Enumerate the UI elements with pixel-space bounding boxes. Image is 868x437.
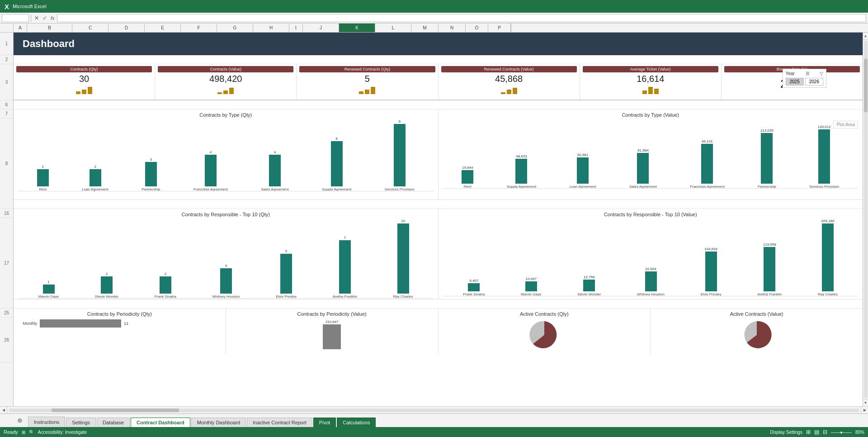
kpi-cards-row: Contracts (Qty) 30 Contracts (Value) 498… bbox=[14, 64, 863, 100]
scroll-up-arrow[interactable]: ▲ bbox=[863, 33, 868, 40]
bar-ray-qty: 10 Ray Charles bbox=[393, 219, 413, 299]
normal-view-icon[interactable]: ⊞ bbox=[806, 429, 811, 435]
col-header-b[interactable]: B bbox=[27, 24, 72, 32]
kpi-card-avg-ticket: Average Ticket (Value) 16,614 bbox=[580, 64, 722, 100]
kpi-card-renewed-qty: Renewed Contracts (Qty) 5 bbox=[297, 64, 438, 100]
col-header-scroll bbox=[511, 24, 516, 32]
col-header-a[interactable]: A bbox=[14, 24, 27, 32]
cell-mode-icon: ⊞ bbox=[22, 430, 25, 435]
chart-title-periodicity-qty: Contracts by Periodicity (Qty) bbox=[17, 311, 222, 317]
col-header-k[interactable]: K bbox=[339, 24, 375, 32]
chart-title-active-val: Active Contracts (Value) bbox=[654, 311, 859, 317]
bar-loan-qty: 2 Loan Agreement bbox=[82, 165, 108, 191]
cell-reference-box[interactable]: K10 bbox=[2, 14, 29, 22]
page-layout-icon[interactable]: ▤ bbox=[814, 429, 819, 435]
column-headers: A B C D E F G H I J K L M N O P bbox=[0, 24, 868, 33]
tab-calculations[interactable]: Calculations bbox=[337, 418, 376, 427]
vertical-scrollbar[interactable]: ▲ ▼ bbox=[863, 33, 868, 406]
bar-frank-qty: 2 Frank Sinatra bbox=[155, 272, 176, 299]
bar-sales-qty: 4 Sales Agreement bbox=[261, 150, 289, 191]
charts-row-1: Contracts by Type (Qty) 2 Rent 2 Loan Ag… bbox=[14, 109, 863, 200]
chart-responsible-qty: Contracts by Responsible - Top 10 (Qty) … bbox=[14, 209, 439, 299]
scroll-right-arrow[interactable]: ▶ bbox=[861, 407, 868, 414]
col-header-n[interactable]: N bbox=[439, 24, 466, 32]
kpi-label-1: Contracts (Qty) bbox=[16, 66, 152, 72]
chart-title-active-qty: Active Contracts (Qty) bbox=[442, 311, 647, 317]
col-header-e[interactable]: E bbox=[145, 24, 181, 32]
year-button-2025[interactable]: 2025 bbox=[786, 78, 804, 86]
bar-stevie-qty: 2 Stevie Wonder bbox=[95, 272, 118, 299]
bar-partnership-val: 113,035 Partnership bbox=[758, 128, 776, 189]
col-header-h[interactable]: H bbox=[253, 24, 289, 32]
filter-list-icon[interactable]: ☰ bbox=[806, 71, 810, 76]
page-break-icon[interactable]: ⊟ bbox=[823, 429, 827, 435]
chart-title-type-qty: Contracts by Type (Qty) bbox=[18, 112, 434, 118]
tab-monthly-dashboard[interactable]: Monthly Dashboard bbox=[191, 418, 246, 427]
filter-funnel-icon[interactable]: ▽ bbox=[820, 71, 823, 76]
bar-frank-val: 9,407 Frank Sinatra bbox=[463, 279, 485, 296]
tab-settings[interactable]: Settings bbox=[66, 418, 96, 427]
kpi-value-1: 30 bbox=[79, 74, 89, 83]
status-right: Display Settings ⊞ ▤ ⊟ ——●—— 80% bbox=[770, 429, 864, 435]
status-bar: Ready ⊞ 🔍 Accessibility: Investigate Dis… bbox=[0, 427, 868, 437]
kpi-label-2: Contracts (Value) bbox=[158, 66, 293, 72]
status-left: Ready ⊞ 🔍 Accessibility: Investigate bbox=[4, 429, 87, 435]
tab-pivot[interactable]: Pivot bbox=[313, 418, 336, 427]
col-header-j[interactable]: J bbox=[303, 24, 339, 32]
bar-partnership-qty: 3 Partnership bbox=[142, 157, 160, 191]
kpi-card-renewed-value: Renewed Contracts (Value) 45,868 bbox=[439, 64, 580, 100]
kpi-value-2: 498,420 bbox=[209, 74, 242, 83]
display-settings[interactable]: Display Settings bbox=[770, 430, 802, 435]
kpi-label-3: Renewed Contracts (Qty) bbox=[299, 66, 435, 72]
tab-database[interactable]: Database bbox=[97, 418, 130, 427]
col-header-l[interactable]: L bbox=[375, 24, 411, 32]
excel-logo-icon: X bbox=[5, 3, 9, 10]
cancel-formula-icon[interactable]: ✕ bbox=[33, 15, 40, 21]
tab-inactive-contract[interactable]: Inactive Contract Report bbox=[247, 418, 312, 427]
kpi-label-4: Renewed Contracts (Value) bbox=[441, 66, 577, 72]
col-header-f[interactable]: F bbox=[181, 24, 217, 32]
col-header-p[interactable]: P bbox=[488, 24, 511, 32]
bar-ray-val: 209,180 Ray Charles bbox=[818, 219, 838, 296]
charts-row-3: Contracts by Periodicity (Qty) Monthly 1… bbox=[14, 309, 863, 354]
bar-marvin-qty: 1 Marvin Gaye bbox=[38, 280, 59, 299]
kpi-value-4: 45,868 bbox=[495, 74, 523, 83]
chart-title-type-value: Contracts by Type (Value) bbox=[443, 112, 859, 118]
chart-periodicity-qty: Contracts by Periodicity (Qty) Monthly 1… bbox=[14, 309, 226, 354]
col-header-m[interactable]: M bbox=[411, 24, 439, 32]
kpi-value-3: 5 bbox=[365, 74, 370, 83]
accessibility-status[interactable]: 🔍 bbox=[29, 430, 34, 435]
bar-stevie-val: 12,758 Stevie Wonder bbox=[577, 275, 601, 296]
scroll-left-arrow[interactable]: ◀ bbox=[0, 407, 7, 414]
dashboard-content: Dashboard Contracts (Qty) 30 bbox=[14, 33, 863, 406]
bar-franchise-val: 84,131 Franchise Agreement bbox=[690, 139, 724, 189]
col-header-c[interactable]: C bbox=[72, 24, 108, 32]
scroll-down-arrow[interactable]: ▼ bbox=[863, 399, 868, 406]
formula-bar-separator bbox=[31, 14, 31, 22]
chart-active-value: Active Contracts (Value) bbox=[651, 309, 863, 354]
bar-aretha-val: 119,558 Aretha Franklin bbox=[757, 242, 782, 296]
zoom-slider[interactable]: ——●—— bbox=[831, 430, 852, 435]
bar-elvis-val: 104,616 Elvis Presley bbox=[701, 247, 722, 296]
bar-aretha-qty: 7 Aretha Franklin bbox=[333, 236, 357, 299]
bar-sales-val: 61,984 Sales Agreement bbox=[629, 148, 657, 189]
col-header-d[interactable]: D bbox=[108, 24, 145, 32]
function-icon[interactable]: fx bbox=[49, 15, 56, 21]
tab-instructions[interactable]: Instructions bbox=[28, 417, 65, 427]
tab-contract-dashboard[interactable]: Contract Dashboard bbox=[131, 418, 190, 427]
col-header-o[interactable]: O bbox=[466, 24, 488, 32]
col-header-i[interactable]: I bbox=[289, 24, 303, 32]
row-numbers: 1 2 3 6 7 8 16 17 25 26 bbox=[0, 33, 14, 406]
formula-bar: K10 ✕ ✓ fx bbox=[0, 13, 868, 24]
year-button-2026[interactable]: 2026 bbox=[805, 78, 823, 86]
bar-supply-val: 48,633 Supply Agreement bbox=[507, 154, 536, 189]
col-header-g[interactable]: G bbox=[217, 24, 253, 32]
bar-services-qty: 9 Services Provision bbox=[385, 119, 415, 191]
formula-input[interactable] bbox=[57, 14, 866, 22]
add-sheet-button[interactable]: ⊕ bbox=[14, 413, 26, 427]
confirm-formula-icon[interactable]: ✓ bbox=[41, 15, 48, 21]
chart-title-resp-val: Contracts by Responsible - Top 10 (Value… bbox=[443, 212, 859, 217]
accessibility-text: Accessibility: Investigate bbox=[38, 430, 87, 435]
bar-rent-qty: 2 Rent bbox=[37, 165, 49, 191]
year-filter-label: Year bbox=[786, 71, 795, 76]
